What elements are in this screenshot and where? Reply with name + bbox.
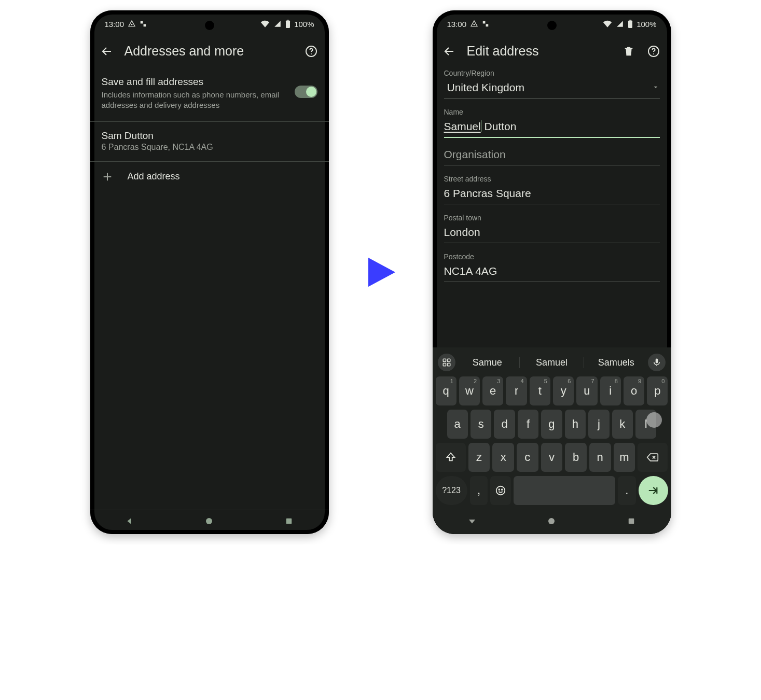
suggestion-row: Samue Samuel Samuels — [436, 351, 668, 376]
saved-address-row[interactable]: Sam Dutton 6 Pancras Square, NC1A 4AG — [90, 122, 329, 162]
key-q[interactable]: q1 — [436, 376, 456, 405]
key-k[interactable]: k — [612, 410, 633, 439]
space-key[interactable] — [514, 476, 615, 505]
svg-point-9 — [474, 24, 475, 25]
key-y[interactable]: y6 — [553, 376, 574, 405]
soft-keyboard: Samue Samuel Samuels q1w2e3r4t5y6u7i8o9p… — [433, 347, 671, 510]
key-d[interactable]: d — [494, 410, 515, 439]
help-button[interactable] — [646, 44, 661, 59]
key-a[interactable]: a — [447, 410, 468, 439]
back-button[interactable] — [100, 44, 114, 59]
back-button[interactable] — [442, 44, 456, 59]
country-value: United Kingdom — [447, 81, 524, 94]
svg-rect-2 — [144, 24, 146, 27]
svg-rect-16 — [443, 359, 446, 361]
key-row-1: q1w2e3r4t5y6u7i8o9p0 — [436, 376, 668, 405]
key-v[interactable]: v — [541, 443, 563, 472]
nav-back[interactable] — [125, 516, 134, 528]
suggestion-1[interactable]: Samue — [455, 354, 519, 371]
battery-icon — [285, 20, 290, 28]
key-h[interactable]: h — [565, 410, 586, 439]
android-nav-bar — [90, 510, 329, 534]
help-button[interactable] — [304, 44, 319, 59]
key-f[interactable]: f — [518, 410, 538, 439]
svg-rect-3 — [286, 21, 290, 28]
svg-point-22 — [502, 489, 503, 490]
key-x[interactable]: x — [492, 443, 514, 472]
name-field[interactable]: Name Samuel Dutton — [444, 108, 660, 138]
chevron-down-icon — [652, 81, 660, 94]
delete-button[interactable] — [621, 44, 636, 59]
battery-icon — [628, 20, 633, 28]
key-m[interactable]: m — [614, 443, 635, 472]
svg-rect-24 — [629, 519, 634, 524]
enter-key[interactable] — [639, 476, 668, 505]
svg-rect-13 — [630, 20, 631, 21]
key-w[interactable]: w2 — [459, 376, 480, 405]
country-field[interactable]: Country/Region United Kingdom — [444, 69, 660, 99]
suggestion-3[interactable]: Samuels — [584, 354, 648, 371]
camera-hole — [547, 21, 557, 30]
nav-home[interactable] — [204, 516, 214, 528]
key-u[interactable]: u7 — [576, 376, 597, 405]
key-b[interactable]: b — [565, 443, 587, 472]
camera-hole — [205, 21, 214, 30]
key-row-3: zxcvbnm — [436, 443, 668, 472]
key-z[interactable]: z — [468, 443, 490, 472]
mic-icon[interactable] — [648, 354, 666, 371]
key-i[interactable]: i8 — [600, 376, 621, 405]
svg-rect-8 — [286, 519, 292, 524]
key-g[interactable]: g — [541, 410, 562, 439]
toggle-switch[interactable] — [295, 86, 317, 98]
nav-recent[interactable] — [284, 516, 294, 528]
shift-key[interactable] — [436, 443, 466, 472]
svg-rect-12 — [628, 21, 632, 28]
street-value: 6 Pancras Square — [444, 187, 531, 200]
key-t[interactable]: t5 — [530, 376, 550, 405]
period-key[interactable]: . — [618, 476, 636, 505]
suggestion-2[interactable]: Samuel — [520, 354, 584, 371]
save-fill-toggle-row[interactable]: Save and fill addresses Includes informa… — [90, 67, 329, 122]
svg-point-23 — [548, 518, 555, 524]
key-p[interactable]: p0 — [647, 376, 668, 405]
postcode-field[interactable]: Postcode NC1A 4AG — [444, 253, 660, 282]
svg-point-6 — [311, 53, 312, 54]
keyboard-menu-icon[interactable] — [438, 354, 455, 371]
svg-rect-19 — [447, 363, 450, 366]
comma-key[interactable]: , — [470, 476, 488, 505]
street-label: Street address — [444, 175, 660, 183]
svg-point-20 — [496, 486, 505, 495]
key-e[interactable]: e3 — [482, 376, 503, 405]
add-address-label: Add address — [128, 171, 180, 182]
svg-rect-11 — [486, 24, 489, 27]
svg-rect-10 — [483, 21, 486, 24]
edit-form: Country/Region United Kingdom Name Samue… — [433, 67, 671, 347]
street-field[interactable]: Street address 6 Pancras Square — [444, 175, 660, 204]
postal-town-field[interactable]: Postal town London — [444, 214, 660, 243]
nav-home[interactable] — [547, 516, 556, 528]
organisation-field[interactable]: Organisation — [444, 147, 660, 165]
name-first: Samuel — [444, 120, 481, 132]
key-r[interactable]: r4 — [506, 376, 527, 405]
toggle-subtitle: Includes information such as phone numbe… — [102, 90, 287, 111]
key-c[interactable]: c — [517, 443, 538, 472]
add-address-row[interactable]: Add address — [90, 162, 329, 192]
key-n[interactable]: n — [589, 443, 611, 472]
nav-recent[interactable] — [627, 516, 636, 528]
key-j[interactable]: j — [588, 410, 609, 439]
symbols-key[interactable]: ?123 — [436, 476, 467, 505]
status-time: 13:00 — [447, 20, 467, 29]
status-battery: 100% — [294, 20, 314, 29]
postcode-value: NC1A 4AG — [444, 265, 497, 277]
phone-edit-address: 13:00 100% Edit address Country/Region U… — [433, 10, 671, 534]
key-l[interactable]: l — [635, 410, 656, 439]
signal-icon — [616, 20, 624, 27]
status-icon-2 — [482, 20, 489, 27]
emoji-key[interactable] — [490, 476, 510, 505]
key-s[interactable]: s — [471, 410, 491, 439]
app-bar: Addresses and more — [90, 33, 329, 67]
backspace-key[interactable] — [638, 443, 668, 472]
nav-back[interactable] — [467, 516, 477, 528]
key-o[interactable]: o9 — [624, 376, 644, 405]
address-name: Sam Dutton — [102, 130, 317, 142]
